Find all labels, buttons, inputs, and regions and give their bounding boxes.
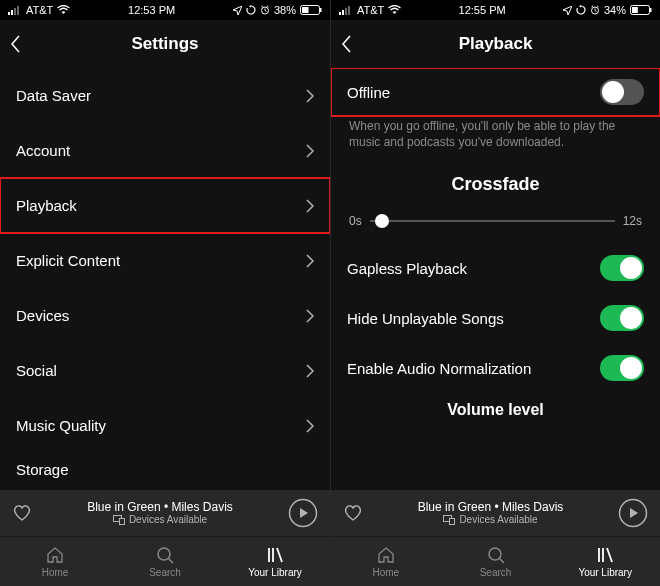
chevron-right-icon	[306, 199, 314, 213]
battery-icon	[300, 5, 322, 15]
row-account[interactable]: Account	[0, 123, 330, 178]
tab-label: Search	[480, 567, 512, 578]
library-icon	[595, 545, 615, 565]
normalization-toggle[interactable]	[600, 355, 644, 381]
signal-icon	[339, 5, 353, 15]
row-label: Enable Audio Normalization	[347, 360, 531, 377]
tab-label: Home	[372, 567, 399, 578]
row-data-saver[interactable]: Data Saver	[0, 68, 330, 123]
row-offline: Offline	[331, 68, 660, 116]
carrier-label: AT&T	[26, 4, 53, 16]
svg-rect-0	[8, 12, 10, 15]
row-audio-normalization: Enable Audio Normalization	[331, 343, 660, 393]
slider-min-label: 0s	[349, 214, 362, 228]
svg-rect-21	[450, 519, 455, 525]
slider-max-label: 12s	[623, 214, 642, 228]
now-playing-bar[interactable]: Blue in Green • Miles Davis Devices Avai…	[331, 490, 660, 536]
row-label: Data Saver	[16, 87, 91, 104]
slider-thumb[interactable]	[375, 214, 389, 228]
tab-bar: Home Search Your Library	[331, 536, 660, 586]
chevron-right-icon	[306, 89, 314, 103]
now-playing-info: Blue in Green • Miles Davis Devices Avai…	[373, 500, 608, 526]
devices-icon	[113, 515, 125, 525]
chevron-right-icon	[306, 309, 314, 323]
chevron-right-icon	[306, 254, 314, 268]
row-label: Social	[16, 362, 57, 379]
heart-icon[interactable]	[12, 504, 32, 522]
offline-help-text: When you go offline, you'll only be able…	[331, 116, 660, 164]
offline-toggle[interactable]	[600, 79, 644, 105]
page-title: Playback	[459, 34, 533, 54]
wifi-icon	[57, 5, 70, 15]
artist-name: Miles Davis	[171, 500, 232, 514]
page-title: Settings	[131, 34, 198, 54]
devices-icon	[443, 515, 455, 525]
battery-pct-label: 38%	[274, 4, 296, 16]
playback-content: Offline When you go offline, you'll only…	[331, 68, 660, 490]
tab-library[interactable]: Your Library	[220, 537, 330, 586]
svg-rect-3	[17, 6, 19, 15]
row-label: Hide Unplayable Songs	[347, 310, 504, 327]
row-explicit-content[interactable]: Explicit Content	[0, 233, 330, 288]
battery-icon	[630, 5, 652, 15]
heart-icon[interactable]	[343, 504, 363, 522]
play-button[interactable]	[288, 498, 318, 528]
row-label: Gapless Playback	[347, 260, 467, 277]
row-storage[interactable]: Storage	[0, 453, 330, 481]
row-music-quality[interactable]: Music Quality	[0, 398, 330, 453]
svg-rect-9	[119, 519, 124, 525]
location-icon	[563, 6, 572, 15]
battery-pct-label: 34%	[604, 4, 626, 16]
search-icon	[486, 545, 506, 565]
tab-label: Home	[42, 567, 69, 578]
chevron-right-icon	[306, 364, 314, 378]
tab-search[interactable]: Search	[441, 537, 551, 586]
tab-search[interactable]: Search	[110, 537, 220, 586]
gapless-toggle[interactable]	[600, 255, 644, 281]
clock-label: 12:55 PM	[459, 4, 506, 16]
play-button[interactable]	[618, 498, 648, 528]
row-social[interactable]: Social	[0, 343, 330, 398]
refresh-icon	[246, 5, 256, 15]
status-bar: AT&T 12:55 PM 34%	[331, 0, 660, 20]
svg-point-23	[489, 548, 501, 560]
tab-label: Your Library	[248, 567, 302, 578]
devices-label: Devices Available	[129, 514, 207, 526]
row-devices[interactable]: Devices	[0, 288, 330, 343]
tab-bar: Home Search Your Library	[0, 536, 330, 586]
settings-screen: AT&T 12:53 PM 38% Settings	[0, 0, 330, 586]
library-icon	[265, 545, 285, 565]
volume-heading: Volume level	[331, 393, 660, 419]
crossfade-slider-row: 0s 12s	[331, 211, 660, 243]
crossfade-slider[interactable]	[370, 211, 615, 231]
playback-screen: AT&T 12:55 PM 34% Playback	[330, 0, 660, 586]
chevron-right-icon	[306, 419, 314, 433]
tab-library[interactable]: Your Library	[550, 537, 660, 586]
svg-rect-6	[302, 7, 309, 13]
track-name: Blue in Green	[418, 500, 491, 514]
row-gapless: Gapless Playback	[331, 243, 660, 293]
location-icon	[233, 6, 242, 15]
title-bar: Playback	[331, 20, 660, 68]
back-button[interactable]	[10, 34, 22, 54]
now-playing-bar[interactable]: Blue in Green • Miles Davis Devices Avai…	[0, 490, 330, 536]
artist-name: Miles Davis	[502, 500, 563, 514]
row-label: Explicit Content	[16, 252, 120, 269]
refresh-icon	[576, 5, 586, 15]
row-label: Music Quality	[16, 417, 106, 434]
row-label: Storage	[16, 461, 69, 478]
hide-unplayable-toggle[interactable]	[600, 305, 644, 331]
tab-home[interactable]: Home	[0, 537, 110, 586]
svg-rect-1	[11, 10, 13, 15]
row-playback[interactable]: Playback	[0, 178, 330, 233]
row-label: Account	[16, 142, 70, 159]
status-bar: AT&T 12:53 PM 38%	[0, 0, 330, 20]
row-label: Devices	[16, 307, 69, 324]
title-bar: Settings	[0, 20, 330, 68]
signal-icon	[8, 5, 22, 15]
tab-home[interactable]: Home	[331, 537, 441, 586]
tab-label: Search	[149, 567, 181, 578]
svg-rect-2	[14, 8, 16, 15]
svg-rect-15	[348, 6, 350, 15]
back-button[interactable]	[341, 34, 353, 54]
